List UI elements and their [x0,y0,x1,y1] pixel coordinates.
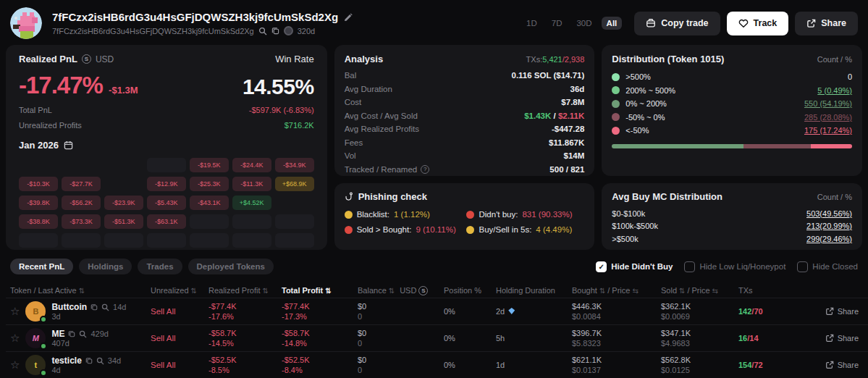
copy-address-icon[interactable] [271,27,279,35]
col-realized-profit[interactable]: Realized Profit⇅ [208,286,282,295]
txs-buys: 5,421 [542,55,562,64]
analysis-card: Analysis TXs:5,421/2,938 Bal0.116 SOL ($… [334,45,595,176]
time-filter-30d[interactable]: 30D [571,17,597,30]
calendar-day-cell: -$19.5K [190,158,229,172]
token-name[interactable]: Buttcoin [51,302,87,312]
bought-price: $0.0084 [572,312,661,321]
distribution-bar-win [612,144,743,148]
position-pct: 0% [444,307,496,316]
topbar: 7fFCzx2isHB6rdG3u4HsGFjDQWSZH3kj9fcUmSkS… [0,0,868,45]
share-label: Share [821,18,846,28]
wallet-dashboard: 7fFCzx2isHB6rdG3u4HsGFjDQWSZH3kj9fcUmSkS… [0,0,868,378]
filter-hide-closed[interactable]: Hide Closed [797,261,858,272]
balance-qty: 0 [358,312,444,321]
distribution-row: 200% ~ 500% 5 (0.49%) [612,84,852,98]
favorite-star-icon[interactable]: ☆ [10,305,20,318]
token-name[interactable]: testicle [51,356,81,366]
info-icon[interactable]: ? [421,165,429,174]
token-avatar[interactable]: t [25,355,46,375]
verified-badge-icon [40,316,47,323]
sold-price: $4.9683 [661,339,738,348]
explorer-icon[interactable] [284,26,293,35]
bought-usd: $396.7K [572,329,661,337]
token-name[interactable]: ME [51,329,64,339]
row-share-button[interactable]: Share [804,361,867,369]
token-avatar[interactable]: B [25,301,46,322]
favorite-star-icon[interactable]: ☆ [10,332,20,345]
tab-recent-pnl[interactable]: Recent PnL [10,259,73,274]
calendar-day-cell [19,158,58,172]
col-bought[interactable]: Bought⇅ /Price⇆ [572,286,661,295]
analysis-row-fees: Fees$11.867K [345,136,585,150]
currency-label: USD [96,54,114,64]
range-dot-icon [612,100,620,108]
currency-toggle-icon[interactable]: S [82,54,91,64]
edit-icon[interactable] [344,13,353,22]
time-filter-7d[interactable]: 7D [547,17,568,30]
row-share-button[interactable]: Share [804,307,867,316]
col-balance[interactable]: Balance⇅ USD S [358,286,444,295]
sold-price: $0.0125 [661,366,738,374]
balance-usd: $0 [358,356,444,364]
col-token-last-active[interactable]: Token / Last Active⇅ [6,286,143,295]
sell-all-button[interactable]: Sell All [143,334,208,343]
copy-icon[interactable] [90,303,98,311]
calendar-day-cell [232,214,271,229]
realized-pnl-card: Realized PnL S USD Win Rate -17.47% -$1.… [6,45,327,250]
search-icon[interactable] [258,27,267,35]
share-button[interactable]: Share [795,12,858,35]
search-icon[interactable] [79,330,87,338]
favorite-star-icon[interactable]: ☆ [10,358,20,371]
sell-all-button[interactable]: Sell All [143,307,208,316]
calendar-day-cell [190,233,229,248]
time-filter-group: 1D 7D 30D All [521,17,622,30]
track-button[interactable]: Track [727,12,789,35]
calendar-month: Jan 2026 [19,140,59,151]
analysis-row-avg-duration: Avg Duration36d [345,83,585,96]
col-unrealized[interactable]: Unrealized⇅ [143,286,208,295]
calendar-day-cell: -$11.3K [232,177,271,191]
distribution-row: -50% ~ 0% 285 (28.08%) [612,111,852,125]
holding-duration: 2d [496,307,572,316]
phishing-buysell-5s: Buy/Sell in 5s: 4 (4.49%) [466,225,584,234]
time-filter-1d[interactable]: 1D [521,17,542,30]
copy-trade-button[interactable]: Copy trade [634,12,720,35]
time-filter-all[interactable]: All [602,17,623,30]
filter-hide-didnt-buy[interactable]: ✓ Hide Didn't Buy [596,261,673,272]
price-toggle-icon[interactable]: ⇆ [712,287,718,295]
col-holding-duration[interactable]: Holding Duration [496,286,572,295]
price-toggle-icon[interactable]: ⇆ [632,287,638,295]
calendar-day-cell: -$39.8K [19,196,58,210]
calendar-day-cell [147,158,186,172]
tab-trades[interactable]: Trades [138,259,182,274]
col-txs[interactable]: TXs [738,286,804,295]
analysis-row-avg-realized: Avg Realized Profits-$447.28 [345,122,585,136]
txs-count: 142/70 [738,307,804,316]
wallet-name: 7fFCzx2isHB6rdG3u4HsGFjDQWSZH3kj9fcUmSkS… [52,11,338,23]
search-icon[interactable] [101,303,109,311]
calendar-icon[interactable] [64,140,73,150]
col-sold[interactable]: Sold⇅ /Price⇆ [661,286,738,295]
sell-all-button[interactable]: Sell All [143,361,208,369]
table-row: ☆ B Buttcoin 14d 3d Sell All -$77.4K-17.… [6,298,868,324]
col-total-profit[interactable]: Total Profit⇅ [282,286,358,295]
tabs-row: Recent PnL Holdings Trades Deployed Toke… [0,257,868,276]
search-icon[interactable] [96,357,104,365]
filter-hide-low-liq[interactable]: Hide Low Liq/Honeypot [684,261,785,272]
summary-panels: Realized PnL S USD Win Rate -17.47% -$1.… [0,45,868,250]
col-position[interactable]: Position % [444,286,496,295]
tab-holdings[interactable]: Holdings [79,259,132,274]
tab-deployed-tokens[interactable]: Deployed Tokens [188,259,274,274]
calendar-day-cell: -$12.9K [147,177,186,191]
total-profit: -$52.5K [282,356,358,364]
copy-icon[interactable] [68,330,75,337]
calendar-day-cell [190,214,229,229]
currency-toggle-icon[interactable]: S [418,286,428,295]
token-avatar[interactable]: M [25,328,46,348]
row-share-button[interactable]: Share [804,334,867,343]
wallet-age: 320d [298,27,315,35]
calendar-day-cell [62,233,101,248]
copy-icon[interactable] [85,357,93,364]
analysis-row-vol: Vol$14M [345,149,585,163]
table-header-row: Token / Last Active⇅ Unrealized⇅ Realize… [6,283,868,298]
